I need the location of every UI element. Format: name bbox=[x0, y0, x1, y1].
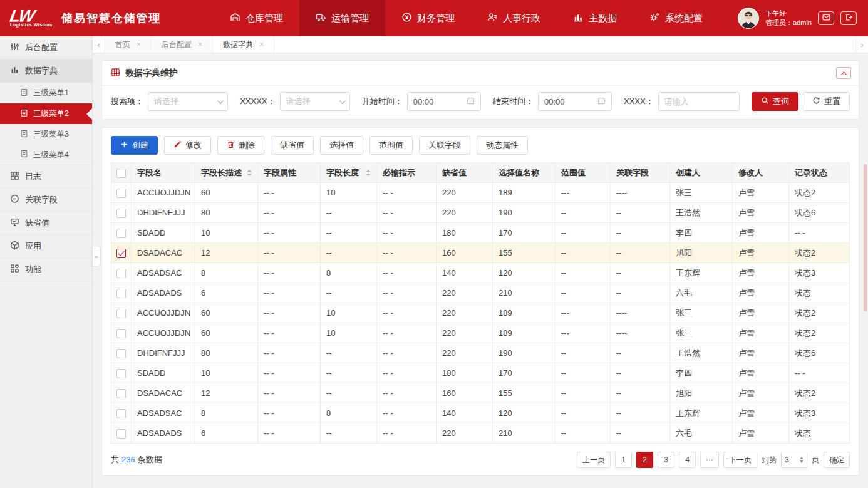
nav-item-transport[interactable]: 运输管理 bbox=[299, 0, 385, 36]
table-row[interactable]: DHDIFNFJJJ80-- ----- -220190----王浩然卢雪状态6 bbox=[111, 343, 850, 363]
row-checkbox[interactable] bbox=[116, 189, 126, 198]
scrollbar-thumb[interactable] bbox=[864, 164, 867, 311]
range-value-button[interactable]: 范围值 bbox=[369, 136, 413, 155]
linked-field-button[interactable]: 关联字段 bbox=[419, 136, 470, 155]
tab-backend-config[interactable]: 后台配置 × bbox=[152, 36, 213, 53]
default-value-button[interactable]: 缺省值 bbox=[271, 136, 314, 155]
sidebar-collapse-handle[interactable]: « bbox=[93, 246, 101, 267]
table-row[interactable]: ADSADADS6-- ----- -220210----六毛卢雪状态 bbox=[111, 423, 850, 444]
nav-item-finance[interactable]: 财务管理 bbox=[385, 0, 471, 36]
table-cell: 12 bbox=[195, 383, 258, 403]
tab-close-icon[interactable]: × bbox=[137, 40, 141, 49]
page-button[interactable]: 1 bbox=[615, 452, 632, 468]
prev-page-button[interactable]: 上一页 bbox=[577, 452, 611, 468]
nav-item-warehouse[interactable]: 仓库管理 bbox=[214, 0, 299, 36]
column-header[interactable]: 必输指示 bbox=[377, 163, 437, 183]
table-row[interactable]: ACCUOJJDJN60-- -10-- -220189-------张三卢雪状… bbox=[111, 323, 850, 343]
column-header[interactable]: 字段属性 bbox=[258, 163, 321, 183]
sort-icon[interactable] bbox=[366, 170, 371, 176]
column-header[interactable]: 记录状态 bbox=[789, 163, 850, 183]
column-header[interactable]: 缺省值 bbox=[437, 163, 493, 183]
page-button-active[interactable]: 2 bbox=[636, 452, 653, 468]
next-page-button[interactable]: 下一页 bbox=[723, 452, 757, 468]
sort-icon[interactable] bbox=[247, 170, 252, 176]
tab-data-dictionary[interactable]: 数据字典 × bbox=[213, 36, 274, 53]
mail-button[interactable] bbox=[818, 11, 834, 25]
row-checkbox[interactable] bbox=[116, 309, 126, 318]
delete-button[interactable]: 删除 bbox=[217, 136, 264, 155]
sidebar-item-logs[interactable]: 日志 bbox=[0, 165, 92, 189]
sidebar-item-backend-config[interactable]: 后台配置 bbox=[0, 36, 92, 60]
sidebar-item-data-dictionary[interactable]: 数据字典 bbox=[0, 60, 92, 83]
row-checkbox[interactable] bbox=[116, 329, 126, 338]
sidebar-item-submenu-2[interactable]: 三级菜单2 bbox=[0, 103, 92, 124]
table-row[interactable]: DSADACAC12-- ----- -160155----旭阳卢雪状态2 bbox=[111, 383, 850, 403]
column-header[interactable]: 关联字段 bbox=[611, 163, 670, 183]
spinner-icon[interactable] bbox=[800, 457, 803, 463]
sidebar-item-submenu-4[interactable]: 三级菜单4 bbox=[0, 145, 92, 165]
table-row[interactable]: ADSADSAC8-- -8-- -140120----王东辉卢雪状态3 bbox=[111, 403, 850, 423]
row-checkbox[interactable] bbox=[116, 209, 126, 218]
nav-item-hr[interactable]: 人事行政 bbox=[471, 0, 557, 36]
tab-close-icon[interactable]: × bbox=[198, 40, 202, 49]
column-header-sortable[interactable]: 字段长度 bbox=[321, 163, 377, 183]
end-time-input[interactable]: 00:00 bbox=[538, 92, 612, 111]
page-button[interactable]: 4 bbox=[679, 452, 696, 468]
panel-collapse-button[interactable] bbox=[836, 67, 851, 79]
row-checkbox[interactable] bbox=[116, 429, 126, 439]
column-header[interactable]: 修改人 bbox=[733, 163, 789, 183]
sidebar-item-submenu-3[interactable]: 三级菜单3 bbox=[0, 124, 92, 145]
goto-page-input[interactable]: 3 bbox=[781, 452, 807, 468]
row-checkbox[interactable] bbox=[116, 229, 126, 238]
table-row[interactable]: ACCUOJJDJN60-- -10-- -220189-------张三卢雪状… bbox=[111, 183, 850, 203]
column-header[interactable]: 创建人 bbox=[670, 163, 733, 183]
user-info[interactable]: 下午好 管理员：admin bbox=[765, 9, 812, 28]
table-row[interactable]: ADSADADS6-- ----- -220210----六毛卢雪状态 bbox=[111, 283, 850, 303]
table-row[interactable]: ACCUOJJDJN60-- -10-- -220189-------张三卢雪状… bbox=[111, 303, 850, 323]
tabs-scroll-right[interactable]: › bbox=[855, 36, 868, 53]
query-button[interactable]: 查询 bbox=[752, 92, 798, 111]
column-header[interactable]: 选择值名称 bbox=[493, 163, 555, 183]
row-checkbox[interactable] bbox=[116, 409, 126, 418]
row-checkbox[interactable] bbox=[116, 289, 126, 298]
column-header[interactable]: 范围值 bbox=[555, 163, 611, 183]
select-all-checkbox[interactable] bbox=[116, 169, 126, 178]
ellipsis-button[interactable]: ··· bbox=[700, 452, 719, 468]
table-row[interactable]: DHDIFNFJJJ80-- ----- -220190----王浩然卢雪状态6 bbox=[111, 203, 850, 223]
tab-home[interactable]: 首页 × bbox=[105, 36, 152, 53]
create-button[interactable]: 创建 bbox=[111, 136, 158, 155]
xxxxx-select[interactable]: 请选择 bbox=[280, 92, 350, 111]
row-checkbox[interactable] bbox=[116, 249, 126, 258]
search-item-select[interactable]: 请选择 bbox=[148, 92, 228, 111]
nav-item-system-config[interactable]: 系统配置 bbox=[633, 0, 719, 36]
row-checkbox[interactable] bbox=[116, 349, 126, 358]
nav-item-master-data[interactable]: 主数据 bbox=[557, 0, 633, 36]
edit-button[interactable]: 修改 bbox=[164, 136, 211, 155]
logout-button[interactable] bbox=[840, 11, 857, 25]
sidebar-item-submenu-1[interactable]: 三级菜单1 bbox=[0, 83, 92, 103]
table-row[interactable]: ADSADSAC8-- -8-- -140120----王东辉卢雪状态3 bbox=[111, 263, 850, 283]
sidebar-item-functions[interactable]: 功能 bbox=[0, 258, 92, 281]
table-row[interactable]: DSADACAC12-- ----- -160155----旭阳卢雪状态2 bbox=[111, 243, 850, 263]
select-value-button[interactable]: 选择值 bbox=[320, 136, 363, 155]
app-logo[interactable]: LW Logistics Wisdom bbox=[10, 10, 53, 27]
tabs-scroll-left[interactable]: ‹ bbox=[93, 36, 105, 53]
xxxx-input[interactable] bbox=[658, 92, 740, 111]
sidebar-item-linked-fields[interactable]: 关联字段 bbox=[0, 189, 92, 212]
dynamic-attr-button[interactable]: 动态属性 bbox=[477, 136, 528, 155]
column-header[interactable]: 字段名 bbox=[132, 163, 195, 183]
column-header-sortable[interactable]: 字段长描述 bbox=[195, 163, 258, 183]
page-button[interactable]: 3 bbox=[658, 452, 674, 468]
reset-button[interactable]: 重置 bbox=[803, 92, 850, 111]
sidebar-item-applications[interactable]: 应用 bbox=[0, 235, 92, 258]
table-row[interactable]: SDADD10-- ----- -180170----李四卢雪-- - bbox=[111, 223, 850, 243]
confirm-button[interactable]: 确定 bbox=[824, 452, 850, 468]
sidebar-item-default-values[interactable]: 缺省值 bbox=[0, 212, 92, 235]
row-checkbox[interactable] bbox=[116, 369, 126, 378]
start-time-input[interactable]: 00:00 bbox=[407, 92, 481, 111]
avatar[interactable] bbox=[738, 8, 759, 29]
tab-close-icon[interactable]: × bbox=[259, 40, 264, 49]
row-checkbox[interactable] bbox=[116, 389, 126, 398]
table-row[interactable]: SDADD10-- ----- -180170----李四卢雪-- - bbox=[111, 363, 850, 383]
row-checkbox[interactable] bbox=[116, 269, 126, 278]
